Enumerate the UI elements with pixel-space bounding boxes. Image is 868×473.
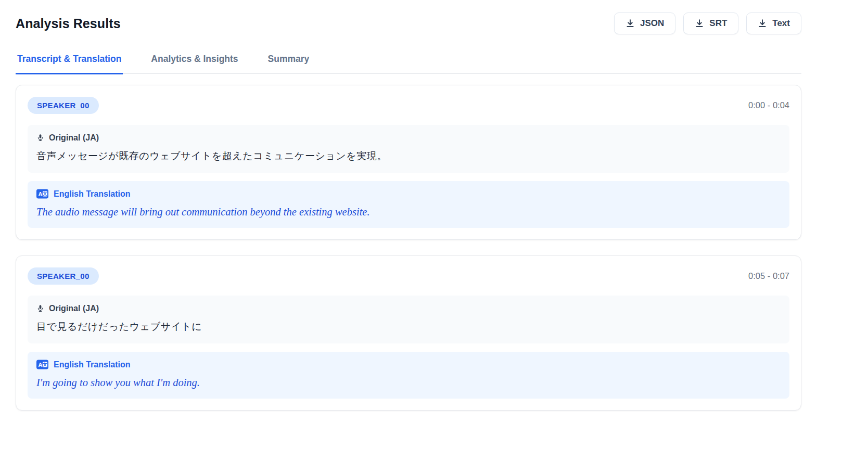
- download-icon: [626, 19, 635, 28]
- translation-section: A 文 English Translation I'm going to sho…: [28, 352, 789, 399]
- download-json-label: JSON: [640, 18, 664, 29]
- download-text-button[interactable]: Text: [746, 12, 801, 34]
- original-label: Original (JA): [49, 133, 99, 143]
- translation-section: A 文 English Translation The audio messag…: [28, 181, 789, 228]
- svg-text:文: 文: [43, 191, 47, 196]
- translation-label: English Translation: [54, 189, 131, 199]
- download-json-button[interactable]: JSON: [614, 12, 675, 34]
- tab-analytics-insights[interactable]: Analytics & Insights: [149, 54, 239, 74]
- tab-transcript-translation[interactable]: Transcript & Translation: [16, 54, 123, 74]
- translation-text: The audio message will bring out communi…: [36, 206, 781, 218]
- microphone-icon: [36, 303, 44, 313]
- original-text-section: Original (JA) 音声メッセージが既存のウェブサイトを超えたコミュニケ…: [28, 125, 789, 173]
- svg-text:A: A: [38, 362, 42, 368]
- transcript-segment-card: SPEAKER_00 0:00 - 0:04 Original (JA) 音声メ…: [16, 85, 801, 240]
- microphone-icon: [36, 133, 44, 143]
- translate-icon: A 文: [36, 189, 48, 199]
- page-title: Analysis Results: [16, 16, 121, 31]
- download-srt-button[interactable]: SRT: [683, 12, 738, 34]
- translation-label-row: A 文 English Translation: [36, 189, 781, 199]
- export-button-group: JSON SRT Text: [614, 12, 801, 34]
- download-icon: [758, 19, 767, 28]
- original-text: 音声メッセージが既存のウェブサイトを超えたコミュニケーションを実現。: [36, 149, 781, 163]
- svg-text:A: A: [38, 191, 42, 197]
- download-text-label: Text: [772, 18, 790, 29]
- speaker-badge: SPEAKER_00: [28, 97, 99, 114]
- original-label: Original (JA): [49, 304, 99, 313]
- segment-header: SPEAKER_00 0:00 - 0:04: [28, 97, 789, 114]
- segment-time-range: 0:05 - 0:07: [748, 271, 789, 281]
- analysis-results-page: Analysis Results JSON SRT Text: [0, 0, 868, 411]
- translate-icon: A 文: [36, 360, 48, 369]
- segment-header: SPEAKER_00 0:05 - 0:07: [28, 267, 789, 285]
- transcript-list: SPEAKER_00 0:00 - 0:04 Original (JA) 音声メ…: [16, 85, 801, 411]
- translation-text: I'm going to show you what I'm doing.: [36, 377, 781, 389]
- translation-label-row: A 文 English Translation: [36, 360, 781, 369]
- download-srt-label: SRT: [709, 18, 727, 29]
- original-label-row: Original (JA): [36, 133, 781, 143]
- svg-text:文: 文: [43, 362, 47, 367]
- download-icon: [695, 19, 704, 28]
- original-text-section: Original (JA) 目で見るだけだったウェブサイトに: [28, 296, 789, 343]
- translation-label: English Translation: [54, 360, 131, 369]
- original-label-row: Original (JA): [36, 303, 781, 313]
- segment-time-range: 0:00 - 0:04: [748, 100, 789, 110]
- speaker-badge: SPEAKER_00: [28, 267, 99, 285]
- tab-summary[interactable]: Summary: [266, 54, 311, 74]
- original-text: 目で見るだけだったウェブサイトに: [36, 320, 781, 334]
- transcript-segment-card: SPEAKER_00 0:05 - 0:07 Original (JA) 目で見…: [16, 255, 801, 411]
- page-header: Analysis Results JSON SRT Text: [16, 12, 801, 34]
- tab-bar: Transcript & Translation Analytics & Ins…: [16, 54, 801, 74]
